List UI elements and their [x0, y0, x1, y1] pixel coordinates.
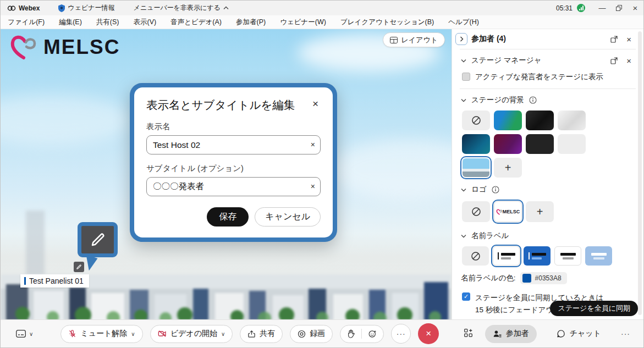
background-swatch-blue-green[interactable] — [494, 111, 522, 130]
hide-menubar-button[interactable]: メニューバーを非表示にする — [134, 3, 229, 13]
close-panel-icon[interactable]: × — [626, 35, 631, 44]
captions-button[interactable]: ∨ — [16, 330, 33, 338]
titlebar: Webex ウェビナー情報 メニューバーを非表示にする 05:31 — × — [1, 1, 643, 15]
menu-file[interactable]: ファイル(F) — [8, 18, 45, 27]
chevron-down-icon[interactable] — [461, 234, 466, 238]
name-label-swatch-row — [452, 245, 643, 268]
connection-quality-icon[interactable] — [577, 4, 585, 12]
unmute-button[interactable]: ミュート解除 ∨ — [60, 325, 142, 343]
record-button[interactable]: 録画 — [290, 325, 333, 343]
clear-display-name-icon[interactable]: × — [311, 140, 315, 150]
name-label-none-swatch[interactable] — [462, 246, 489, 266]
background-swatch-city-selected[interactable] — [462, 158, 490, 178]
none-icon — [471, 207, 481, 217]
dialog-close-button[interactable]: × — [310, 97, 321, 110]
chevron-down-icon[interactable] — [461, 188, 466, 192]
participant-name-text: Test Panelist 01 — [29, 277, 84, 285]
plus-icon: + — [537, 206, 543, 218]
chevron-down-icon[interactable] — [461, 98, 466, 102]
menu-edit[interactable]: 編集(E) — [59, 18, 82, 27]
menu-webinar[interactable]: ウェビナー(W) — [280, 18, 326, 27]
name-label-style-bar-white-selected[interactable] — [493, 246, 520, 266]
menu-breakout[interactable]: ブレイクアウトセッション(B) — [340, 18, 434, 27]
pop-out-icon[interactable] — [610, 36, 618, 43]
edit-name-magnifier — [78, 222, 118, 257]
close-section-icon[interactable]: × — [626, 56, 631, 65]
pop-out-icon[interactable] — [610, 57, 618, 64]
participants-tab-label: 参加者 — [506, 329, 529, 339]
clear-subtitle-icon[interactable]: × — [311, 181, 315, 191]
save-button[interactable]: 保存 — [207, 207, 249, 227]
name-label-section-title: 名前ラベル — [471, 231, 509, 241]
background-swatch-purple[interactable] — [494, 134, 522, 154]
hide-menubar-label: メニューバーを非表示にする — [134, 3, 221, 13]
menu-view[interactable]: 表示(V) — [133, 18, 156, 27]
menu-help[interactable]: ヘルプ(H) — [448, 18, 479, 27]
logo-none-swatch[interactable] — [462, 201, 490, 222]
start-video-button[interactable]: ビデオの開始 ∨ — [150, 325, 233, 343]
stage-manager-title: ステージ マネージャ — [471, 56, 541, 65]
melsc-heart-icon — [496, 209, 503, 215]
restore-button[interactable] — [610, 1, 627, 15]
name-label-accent-bar — [24, 277, 26, 285]
chevron-down-icon: ∨ — [29, 331, 33, 337]
background-none-swatch[interactable] — [462, 111, 490, 130]
add-logo-button[interactable]: + — [526, 201, 554, 222]
minimize-button[interactable]: — — [594, 1, 610, 15]
subtitle-input[interactable] — [146, 177, 321, 196]
fade-out-checkbox[interactable]: ✓ — [462, 292, 470, 301]
info-icon[interactable] — [529, 96, 537, 104]
logo-melsc-swatch-selected[interactable]: MELSC — [494, 201, 522, 222]
melsc-heart-icon — [9, 35, 38, 60]
smiley-plus-icon — [368, 330, 377, 338]
background-swatch-grid: + — [452, 109, 617, 180]
add-background-button[interactable]: + — [494, 158, 522, 178]
background-swatch-teal[interactable] — [462, 134, 490, 154]
close-window-button[interactable]: × — [627, 1, 643, 15]
participants-tab-button[interactable]: 参加者 — [485, 325, 537, 343]
background-swatch-black[interactable] — [526, 111, 554, 130]
panel-scrollbar[interactable] — [638, 31, 642, 315]
raise-hand-button[interactable] — [340, 329, 361, 338]
logo-swatch-text: MELSC — [503, 209, 520, 214]
webinar-info-button[interactable]: ウェビナー情報 — [58, 3, 114, 13]
more-panels-button[interactable]: ··· — [621, 329, 630, 338]
meeting-time: 05:31 — [556, 4, 573, 12]
webex-brand-label: Webex — [19, 4, 40, 12]
menu-participants[interactable]: 参加者(P) — [236, 18, 266, 27]
chat-tab-button[interactable]: チャット — [549, 325, 609, 343]
unmute-label: ミュート解除 — [80, 329, 127, 339]
background-swatch-charcoal[interactable] — [526, 134, 554, 154]
webex-brand: Webex — [7, 4, 40, 12]
layout-button[interactable]: レイアウト — [383, 32, 445, 47]
background-swatch-silver[interactable] — [558, 111, 586, 130]
chevron-down-icon[interactable] — [461, 59, 466, 63]
shield-icon — [58, 4, 65, 12]
background-swatch-lightgray[interactable] — [558, 134, 586, 154]
share-button[interactable]: 共有 — [240, 325, 283, 343]
edit-name-button[interactable] — [74, 262, 84, 272]
active-speaker-checkbox[interactable] — [462, 73, 470, 81]
layout-button-label: レイアウト — [401, 35, 438, 45]
menu-share[interactable]: 共有(S) — [96, 18, 119, 27]
display-name-input[interactable] — [146, 135, 321, 154]
cancel-button[interactable]: キャンセル — [255, 207, 321, 227]
ellipsis-icon: ··· — [397, 329, 406, 338]
leave-meeting-button[interactable]: × — [418, 323, 439, 344]
info-icon[interactable] — [492, 186, 499, 194]
menu-audio-video[interactable]: 音声とビデオ(A) — [170, 18, 222, 27]
name-label-color-picker[interactable]: #0353A8 — [520, 272, 567, 284]
name-label-style-bar-blue[interactable] — [524, 246, 551, 266]
name-label-style-plain-white[interactable] — [554, 246, 581, 266]
active-speaker-checkbox-label: アクティブな発言者をステージに表示 — [475, 72, 603, 82]
reactions-button[interactable] — [362, 330, 383, 338]
more-options-button[interactable]: ··· — [391, 324, 411, 344]
stage-background-title: ステージの背景 — [471, 95, 524, 105]
apps-button[interactable] — [464, 328, 473, 339]
fade-out-label-line2: 15 秒後にフェードアウト — [475, 306, 561, 314]
sync-stage-button[interactable]: ステージを全員に同期 — [550, 301, 638, 316]
none-icon — [471, 115, 481, 125]
name-label-style-translucent-blue[interactable] — [585, 246, 612, 266]
chevron-down-icon: ∨ — [131, 331, 135, 337]
collapse-panel-button[interactable] — [455, 33, 467, 45]
